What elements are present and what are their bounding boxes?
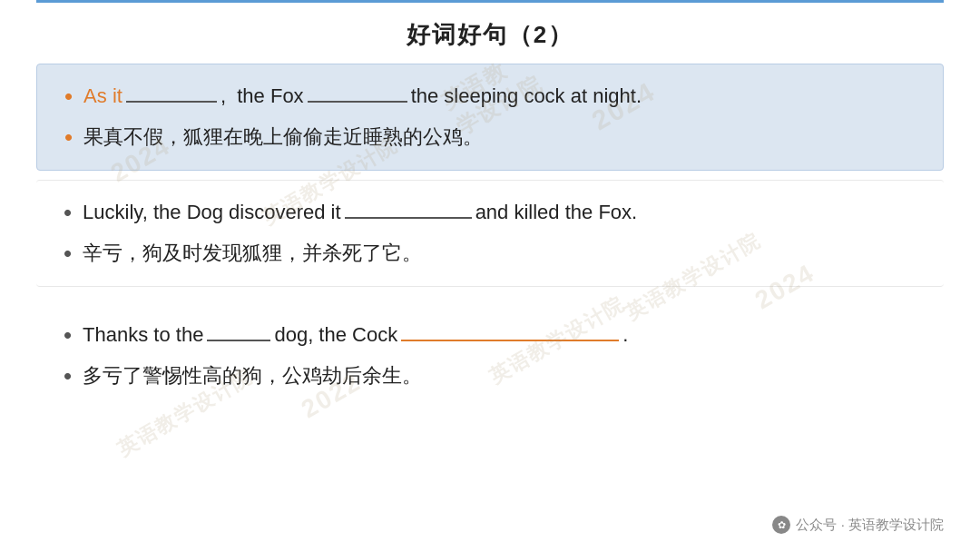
bullet-dot-6: • (64, 359, 72, 394)
list-item: • Luckily, the Dog discovered it and kil… (64, 197, 916, 231)
footer-text: ✿ 公众号 · 英语教学设计院 (772, 516, 944, 534)
blank-1 (126, 99, 217, 103)
bullet-dot-2: • (64, 120, 73, 155)
list-item: • Thanks to the dog, the Cock . (64, 320, 916, 353)
text-the-fox: , the Fox (220, 81, 304, 111)
bullet-dot-1: • (64, 79, 73, 114)
title-area: 好词好句（2） (36, 3, 944, 64)
bullet-dot-4: • (64, 236, 72, 271)
list-item: • As it , the Fox the sleeping cock at n… (64, 81, 916, 114)
list-item: • 果真不假，狐狸在晚上偷偷走近睡熟的公鸡。 (64, 122, 916, 155)
footer-bar: ✿ 公众号 · 英语教学设计院 (36, 510, 944, 534)
text-thanks: Thanks to the (83, 320, 203, 350)
blank-4 (207, 338, 270, 341)
list-item: • 多亏了警惕性高的狗，公鸡劫后余生。 (64, 360, 916, 394)
card-3: • Thanks to the dog, the Cock . • 多亏了警惕性… (36, 303, 944, 409)
card-1: • As it , the Fox the sleeping cock at n… (36, 64, 944, 171)
chinese-sentence-1: 果真不假，狐狸在晚上偷偷走近睡熟的公鸡。 (83, 122, 483, 152)
page-container: 英语教学设计院 2024 英语教学设计院 2024 英语教学设计院 2024 2… (0, 0, 980, 552)
english-sentence-2: Luckily, the Dog discovered it and kille… (83, 197, 637, 227)
english-sentence-1: As it , the Fox the sleeping cock at nig… (83, 81, 642, 111)
text-luckily: Luckily, the Dog discovered it (83, 197, 341, 227)
wechat-icon: ✿ (772, 516, 790, 534)
text-as-it: As it (83, 81, 122, 111)
bullet-dot-3: • (64, 195, 72, 231)
list-item: • 辛亏，狗及时发现狐狸，并杀死了它。 (64, 238, 916, 271)
chinese-sentence-2: 辛亏，狗及时发现狐狸，并杀死了它。 (83, 238, 422, 268)
blank-5 (401, 338, 619, 341)
text-sleeping: the sleeping cock at night. (411, 81, 642, 111)
content-area: • As it , the Fox the sleeping cock at n… (36, 64, 944, 510)
english-sentence-3: Thanks to the dog, the Cock . (83, 320, 628, 350)
blank-2 (308, 99, 407, 103)
card-2: • Luckily, the Dog discovered it and kil… (36, 180, 944, 287)
blank-3 (345, 215, 472, 219)
page-title: 好词好句（2） (407, 21, 573, 48)
bullet-dot-5: • (64, 318, 72, 353)
text-period: . (622, 320, 628, 350)
text-dog-cock: dog, the Cock (274, 320, 397, 350)
footer-label: 公众号 · 英语教学设计院 (796, 517, 944, 534)
chinese-sentence-3: 多亏了警惕性高的狗，公鸡劫后余生。 (83, 360, 422, 390)
text-killed: and killed the Fox. (475, 197, 638, 227)
